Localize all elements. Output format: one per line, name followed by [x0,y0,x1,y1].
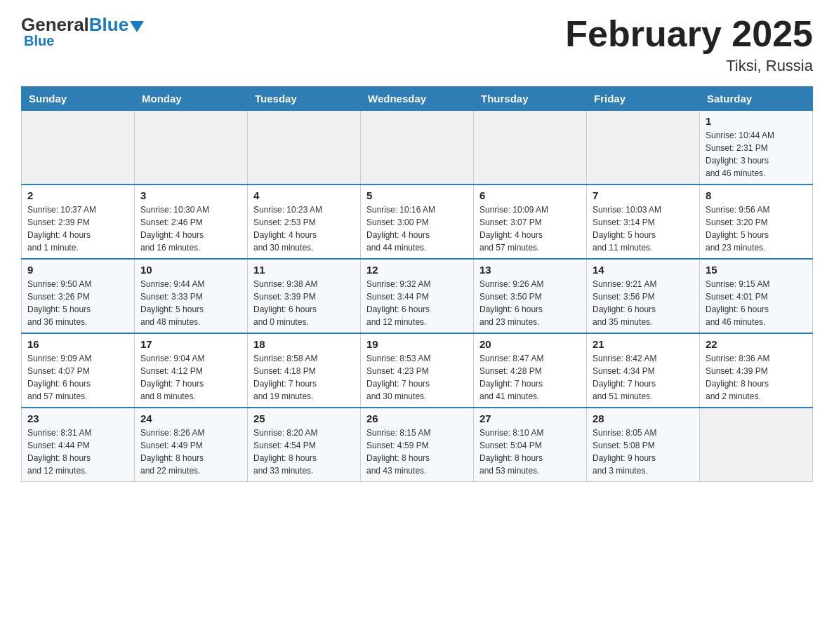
calendar-cell: 22Sunrise: 8:36 AM Sunset: 4:39 PM Dayli… [700,333,813,408]
calendar-week-row: 1Sunrise: 10:44 AM Sunset: 2:31 PM Dayli… [22,111,813,185]
day-number: 7 [593,189,694,201]
calendar-cell: 5Sunrise: 10:16 AM Sunset: 3:00 PM Dayli… [361,185,474,259]
day-info: Sunrise: 9:32 AM Sunset: 3:44 PM Dayligh… [366,279,430,327]
day-number: 20 [479,338,581,350]
day-info: Sunrise: 9:50 AM Sunset: 3:26 PM Dayligh… [27,279,91,327]
calendar-cell [135,111,248,185]
day-info: Sunrise: 10:16 AM Sunset: 3:00 PM Daylig… [366,205,435,253]
calendar-week-row: 23Sunrise: 8:31 AM Sunset: 4:44 PM Dayli… [22,408,813,482]
day-number: 13 [479,264,581,276]
weekday-header-sunday: Sunday [22,87,135,111]
page-header: GeneralBlue Blue February 2025 Tiksi, Ru… [21,14,813,75]
calendar-cell [248,111,361,185]
calendar-cell: 14Sunrise: 9:21 AM Sunset: 3:56 PM Dayli… [587,259,700,333]
calendar-table: SundayMondayTuesdayWednesdayThursdayFrid… [21,86,813,482]
day-info: Sunrise: 8:26 AM Sunset: 4:49 PM Dayligh… [140,428,204,476]
day-info: Sunrise: 10:03 AM Sunset: 3:14 PM Daylig… [593,205,661,253]
calendar-cell: 15Sunrise: 9:15 AM Sunset: 4:01 PM Dayli… [700,259,813,333]
day-number: 26 [366,412,468,424]
calendar-week-row: 16Sunrise: 9:09 AM Sunset: 4:07 PM Dayli… [22,333,813,408]
calendar-cell: 3Sunrise: 10:30 AM Sunset: 2:46 PM Dayli… [135,185,248,259]
calendar-cell: 19Sunrise: 8:53 AM Sunset: 4:23 PM Dayli… [361,333,474,408]
calendar-cell [474,111,587,185]
calendar-cell [22,111,135,185]
calendar-cell: 10Sunrise: 9:44 AM Sunset: 3:33 PM Dayli… [135,259,248,333]
calendar-cell: 11Sunrise: 9:38 AM Sunset: 3:39 PM Dayli… [248,259,361,333]
day-info: Sunrise: 9:04 AM Sunset: 4:12 PM Dayligh… [140,354,204,401]
weekday-header-friday: Friday [587,87,700,111]
day-info: Sunrise: 8:05 AM Sunset: 5:08 PM Dayligh… [593,428,656,476]
day-info: Sunrise: 8:58 AM Sunset: 4:18 PM Dayligh… [253,354,317,401]
day-info: Sunrise: 9:38 AM Sunset: 3:39 PM Dayligh… [253,279,317,327]
calendar-cell: 28Sunrise: 8:05 AM Sunset: 5:08 PM Dayli… [587,408,700,482]
day-info: Sunrise: 10:44 AM Sunset: 2:31 PM Daylig… [706,130,774,178]
day-number: 14 [593,264,694,276]
day-info: Sunrise: 9:26 AM Sunset: 3:50 PM Dayligh… [479,279,543,327]
calendar-cell [700,408,813,482]
calendar-cell [587,111,700,185]
calendar-cell: 7Sunrise: 10:03 AM Sunset: 3:14 PM Dayli… [587,185,700,259]
day-info: Sunrise: 8:31 AM Sunset: 4:44 PM Dayligh… [27,428,91,476]
calendar-cell: 16Sunrise: 9:09 AM Sunset: 4:07 PM Dayli… [22,333,135,408]
day-number: 6 [479,189,581,201]
day-info: Sunrise: 8:20 AM Sunset: 4:54 PM Dayligh… [253,428,317,476]
calendar-cell: 1Sunrise: 10:44 AM Sunset: 2:31 PM Dayli… [700,111,813,185]
calendar-cell: 2Sunrise: 10:37 AM Sunset: 2:39 PM Dayli… [22,185,135,259]
logo-triangle-icon [130,21,144,32]
location: Tiksi, Russia [565,57,813,75]
day-info: Sunrise: 9:44 AM Sunset: 3:33 PM Dayligh… [140,279,204,327]
logo-underline: Blue [21,33,54,49]
day-number: 3 [140,189,241,201]
calendar-cell [361,111,474,185]
day-number: 4 [253,189,355,201]
day-info: Sunrise: 8:53 AM Sunset: 4:23 PM Dayligh… [366,354,430,401]
month-title: February 2025 [565,14,813,54]
day-number: 5 [366,189,468,201]
calendar-cell: 9Sunrise: 9:50 AM Sunset: 3:26 PM Daylig… [22,259,135,333]
calendar-cell: 21Sunrise: 8:42 AM Sunset: 4:34 PM Dayli… [587,333,700,408]
day-number: 18 [253,338,355,350]
weekday-header-monday: Monday [135,87,248,111]
calendar-cell: 27Sunrise: 8:10 AM Sunset: 5:04 PM Dayli… [474,408,587,482]
calendar-cell: 23Sunrise: 8:31 AM Sunset: 4:44 PM Dayli… [22,408,135,482]
day-info: Sunrise: 9:09 AM Sunset: 4:07 PM Dayligh… [27,354,91,401]
weekday-header-row: SundayMondayTuesdayWednesdayThursdayFrid… [22,87,813,111]
day-number: 22 [706,338,807,350]
day-info: Sunrise: 10:30 AM Sunset: 2:46 PM Daylig… [140,205,209,253]
day-info: Sunrise: 9:21 AM Sunset: 3:56 PM Dayligh… [593,279,656,327]
day-number: 9 [27,264,128,276]
day-number: 24 [140,412,241,424]
day-info: Sunrise: 8:10 AM Sunset: 5:04 PM Dayligh… [479,428,543,476]
day-info: Sunrise: 9:56 AM Sunset: 3:20 PM Dayligh… [706,205,769,253]
day-info: Sunrise: 10:09 AM Sunset: 3:07 PM Daylig… [479,205,548,253]
calendar-cell: 18Sunrise: 8:58 AM Sunset: 4:18 PM Dayli… [248,333,361,408]
day-number: 15 [706,264,807,276]
day-number: 2 [27,189,128,201]
day-number: 12 [366,264,468,276]
calendar-cell: 20Sunrise: 8:47 AM Sunset: 4:28 PM Dayli… [474,333,587,408]
day-number: 1 [706,115,807,127]
day-info: Sunrise: 10:23 AM Sunset: 2:53 PM Daylig… [253,205,322,253]
weekday-header-wednesday: Wednesday [361,87,474,111]
logo-blue-text: Blue [89,14,128,36]
calendar-cell: 26Sunrise: 8:15 AM Sunset: 4:59 PM Dayli… [361,408,474,482]
day-info: Sunrise: 9:15 AM Sunset: 4:01 PM Dayligh… [706,279,769,327]
calendar-week-row: 9Sunrise: 9:50 AM Sunset: 3:26 PM Daylig… [22,259,813,333]
day-number: 23 [27,412,128,424]
calendar-cell: 4Sunrise: 10:23 AM Sunset: 2:53 PM Dayli… [248,185,361,259]
calendar-cell: 6Sunrise: 10:09 AM Sunset: 3:07 PM Dayli… [474,185,587,259]
calendar-cell: 12Sunrise: 9:32 AM Sunset: 3:44 PM Dayli… [361,259,474,333]
calendar-cell: 25Sunrise: 8:20 AM Sunset: 4:54 PM Dayli… [248,408,361,482]
day-number: 10 [140,264,241,276]
day-number: 19 [366,338,468,350]
calendar-cell: 8Sunrise: 9:56 AM Sunset: 3:20 PM Daylig… [700,185,813,259]
day-number: 21 [593,338,694,350]
day-number: 25 [253,412,355,424]
day-info: Sunrise: 8:15 AM Sunset: 4:59 PM Dayligh… [366,428,430,476]
day-info: Sunrise: 8:47 AM Sunset: 4:28 PM Dayligh… [479,354,543,401]
day-number: 8 [706,189,807,201]
day-number: 28 [593,412,694,424]
weekday-header-saturday: Saturday [700,87,813,111]
day-number: 16 [27,338,128,350]
title-block: February 2025 Tiksi, Russia [565,14,813,75]
